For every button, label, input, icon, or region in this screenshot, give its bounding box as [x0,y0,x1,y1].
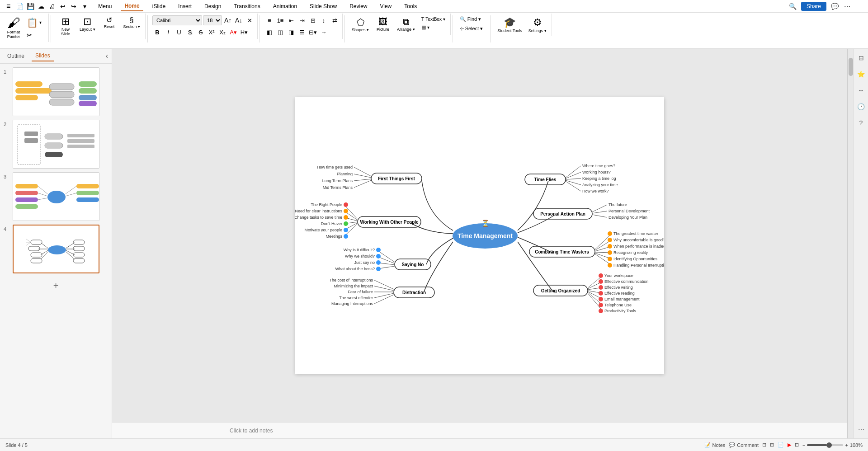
slide-preview-3[interactable] [13,172,99,221]
highlight-btn[interactable]: H▾ [239,27,249,37]
numbered-list-btn[interactable]: 1≡ [275,15,285,25]
increase-indent-btn[interactable]: ⇥ [297,15,307,25]
decrease-indent-btn[interactable]: ⇤ [286,15,296,25]
minimize-icon[interactable]: — [855,2,864,11]
zoom-in-btn[interactable]: + [845,442,848,448]
menu-item-insert[interactable]: Insert [175,2,195,11]
textbox-button[interactable]: T TextBox ▾ [419,15,448,23]
menu-item-menu[interactable]: Menu [94,2,115,11]
vertical-scrollbar[interactable] [847,49,854,438]
section-button[interactable]: § Section ▾ [121,15,143,30]
bold-button[interactable]: B [152,27,162,37]
line-spacing-btn[interactable]: ↕ [319,15,329,25]
tab-slides[interactable]: Slides [32,51,54,61]
scroll-thumb[interactable] [849,58,853,76]
find-button[interactable]: 🔍 Find ▾ [458,15,483,23]
zoom-thumb[interactable] [826,442,832,448]
animation-panel-icon[interactable]: ⭐ [856,69,867,80]
decrease-font-btn[interactable]: A↓ [234,15,244,25]
slide-preview-2[interactable] [13,120,99,169]
sidebar-close-button[interactable]: ‹ [106,52,108,60]
menu-item-review[interactable]: Review [346,2,371,11]
share-button[interactable]: Share [801,2,826,11]
align-right-btn[interactable]: ◨ [286,27,296,37]
bullet-list-btn[interactable]: ≡ [264,15,274,25]
menu-item-design[interactable]: Design [201,2,225,11]
more-options-icon[interactable]: ⋯ [843,2,852,11]
reading-view-btn[interactable]: 📄 [778,442,784,448]
picture-button[interactable]: 🖼 Picture [373,15,393,33]
tab-outline[interactable]: Outline [4,51,28,61]
slide-thumbnail-3[interactable]: 3 [4,172,108,221]
undo-icon[interactable]: ↩ [58,2,67,11]
notes-placeholder[interactable]: Click to add notes [230,428,842,434]
shadow-button[interactable]: S [185,27,195,37]
strikethrough-button[interactable]: S [196,27,206,37]
more-icon[interactable]: ▾ [80,2,89,11]
notes-btn[interactable]: 📝 Notes [704,442,726,448]
col-num-btn[interactable]: ⊟▾ [308,27,318,37]
save-icon[interactable]: 💾 [26,2,35,11]
slideshow-btn[interactable]: ▶ [788,442,791,448]
align-center-btn[interactable]: ◫ [275,27,285,37]
text-direction-btn[interactable]: ⇄ [330,15,340,25]
redo-icon[interactable]: ↪ [69,2,78,11]
transitions-panel-icon[interactable]: ↔ [856,85,867,96]
menu-item-animation[interactable]: Animation [269,2,301,11]
help-icon[interactable]: ? [856,117,867,128]
select-button[interactable]: ⊹ Select ▾ [458,25,486,33]
slide-sorter-btn[interactable]: ⊞ [770,442,774,448]
quick-styles-btn[interactable]: ▤ ▾ [419,23,448,31]
shapes-button[interactable]: ⬠ Shapes ▾ [349,15,371,33]
cloud-save-icon[interactable]: ☁ [37,2,46,11]
clock-icon[interactable]: 🕐 [856,101,867,112]
paste-button[interactable]: 📋 ▾ [24,16,44,29]
slide-page[interactable]: Time Management ⏳ First Things First How… [295,97,664,374]
italic-button[interactable]: I [163,27,173,37]
menu-item-slideshow[interactable]: Slide Show [306,2,340,11]
zoom-out-btn[interactable]: − [802,442,805,448]
justify-btn[interactable]: ☰ [297,27,307,37]
font-size-select[interactable]: 18 [203,15,222,25]
layout-button[interactable]: ⊡ Layout ▾ [77,15,98,33]
print-icon[interactable]: 🖨 [47,2,57,11]
increase-font-btn[interactable]: A↑ [223,15,233,25]
subscript-button[interactable]: X₂ [217,27,227,37]
menu-item-tools[interactable]: Tools [401,2,420,11]
slide-thumbnail-1[interactable]: 1 [4,67,108,116]
fit-btn[interactable]: ⊡ [795,442,799,448]
underline-button[interactable]: U [174,27,184,37]
comment-btn[interactable]: 💬 Comment [729,442,759,448]
student-tools-button[interactable]: 🎓 Student Tools [495,15,524,34]
settings-button[interactable]: ⚙ Settings ▾ [526,15,549,34]
reset-button[interactable]: ↺ Reset [99,15,119,30]
font-family-select[interactable]: Calibri [152,15,202,25]
more-panel-icon[interactable]: ⋯ [856,424,867,435]
search-icon[interactable]: 🔍 [788,2,797,11]
align-left-btn[interactable]: ◧ [264,27,274,37]
rtl-btn[interactable]: → [319,27,329,37]
slide-preview-4[interactable] [13,225,99,273]
cut-button[interactable]: ✂ [24,30,44,40]
slide-canvas[interactable]: Time Management ⏳ First Things First How… [112,49,847,422]
menu-item-islide[interactable]: iSlide [149,2,169,11]
hamburger-menu[interactable]: ≡ [4,1,13,11]
slide-thumbnail-4[interactable]: 4 [4,225,108,273]
slide-thumbnail-2[interactable]: 2 [4,120,108,169]
arrange-button[interactable]: ⧉ Arrange ▾ [395,15,417,33]
menu-item-view[interactable]: View [376,2,395,11]
menu-item-home[interactable]: Home [121,1,143,11]
superscript-button[interactable]: X² [207,27,217,37]
new-slide-button[interactable]: ⊞ NewSlide [56,15,75,38]
font-color-btn[interactable]: A▾ [228,27,238,37]
add-slide-button[interactable]: + [4,277,108,295]
zoom-slider[interactable] [807,444,843,446]
columns-btn[interactable]: ⊟ [308,15,318,25]
format-painter-button[interactable]: 🖌 FormatPainter [5,15,23,40]
properties-icon[interactable]: ⊟ [856,52,867,63]
comments-icon[interactable]: 💬 [830,2,839,11]
slide-preview-1[interactable] [13,67,99,116]
menu-item-transitions[interactable]: Transitions [230,2,264,11]
file-icon[interactable]: 📄 [15,2,24,11]
clear-format-btn[interactable]: ✕ [245,15,255,25]
